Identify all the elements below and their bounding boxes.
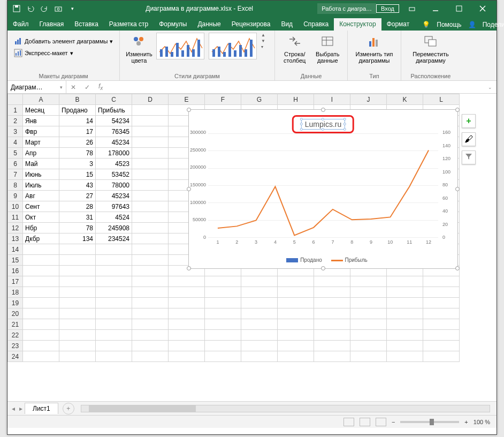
change-chart-type-button[interactable]: Изменить тип диаграммы	[352, 33, 396, 64]
save-icon[interactable]	[12, 4, 21, 13]
zoom-out-button[interactable]: −	[392, 419, 395, 425]
svg-rect-38	[369, 41, 371, 47]
switch-row-column-button[interactable]: Строка/ столбец	[279, 33, 310, 64]
zoom-in-button[interactable]: +	[464, 419, 468, 425]
tab-page-layout[interactable]: Разметка стр	[104, 18, 154, 31]
add-element-icon	[14, 37, 22, 46]
plot-area[interactable]	[208, 133, 438, 237]
name-box-value: Диаграм…	[11, 84, 42, 91]
chart-plus-button[interactable]: +	[462, 114, 476, 128]
zoom-level[interactable]: 100 %	[474, 419, 490, 425]
maximize-button[interactable]	[448, 1, 470, 17]
minimize-button[interactable]	[425, 1, 446, 17]
tab-formulas[interactable]: Формулы	[154, 18, 192, 31]
move-chart-button[interactable]: Переместить диаграмму	[406, 33, 456, 64]
quick-layout-label: Экспресс-макет	[25, 50, 68, 56]
formula-bar: Диаграм…▾ ✕ ✓ fx ⌄	[7, 81, 497, 94]
svg-point-18	[136, 41, 141, 46]
svg-point-17	[139, 37, 143, 41]
svg-rect-24	[187, 45, 189, 57]
chart-title[interactable]: Lumpics.ru	[292, 115, 354, 133]
page-layout-view-button[interactable]	[360, 418, 370, 426]
tab-design[interactable]: Конструктор	[334, 18, 381, 31]
palette-icon	[131, 35, 148, 50]
chart-object[interactable]: Lumpics.ru 05000010000015000020000025000…	[188, 109, 458, 269]
tab-view[interactable]: Вид	[276, 18, 298, 31]
next-sheet-icon[interactable]: ▸	[19, 405, 22, 412]
ribbon-options-icon[interactable]	[401, 1, 423, 17]
line-series	[208, 133, 438, 237]
select-data-button[interactable]: Выбрать данные	[312, 33, 343, 64]
change-colors-button[interactable]: Изменить цвета	[124, 33, 154, 64]
normal-view-button[interactable]	[343, 418, 354, 426]
styles-more-button[interactable]: ▲▼▾	[261, 33, 269, 49]
chart-brush-button[interactable]: 🖌	[462, 132, 476, 146]
svg-rect-39	[372, 38, 375, 47]
chart-legend: Продано Прибыль	[189, 257, 457, 263]
svg-rect-6	[456, 6, 462, 11]
switch-row-column-label: Строка/ столбец	[284, 51, 306, 64]
change-chart-type-label: Изменить тип диаграммы	[352, 51, 396, 64]
tab-help[interactable]: Справка	[298, 18, 334, 31]
tab-format[interactable]: Формат	[381, 18, 415, 31]
share-button[interactable]: Поделиться	[483, 21, 504, 28]
svg-rect-13	[16, 53, 17, 56]
move-chart-icon	[422, 35, 439, 50]
svg-rect-34	[250, 40, 253, 57]
close-button[interactable]	[472, 1, 493, 17]
switch-rowcol-icon	[286, 35, 303, 50]
login-button[interactable]: Вход	[376, 4, 399, 13]
group-label-type: Тип	[352, 72, 396, 79]
app-window: ▾ Диаграмма в диаграмме.xlsx - Excel Раб…	[7, 0, 497, 435]
confirm-edit-icon[interactable]: ✓	[80, 84, 94, 91]
chart-style-1[interactable]	[156, 33, 204, 59]
group-label-layouts: Макеты диаграмм	[12, 72, 115, 79]
sheet-tab-1[interactable]: Лист1	[25, 403, 58, 414]
brush-icon: 🖌	[464, 134, 473, 144]
tab-data[interactable]: Данные	[192, 18, 226, 31]
new-sheet-button[interactable]: +	[63, 403, 74, 415]
tell-me-label[interactable]: Помощь	[437, 21, 461, 28]
tab-file[interactable]: Файл	[7, 18, 34, 31]
page-break-view-button[interactable]	[376, 418, 386, 426]
right-axis: 020406080100120140160	[440, 132, 457, 237]
svg-rect-20	[165, 47, 168, 57]
svg-rect-14	[18, 51, 19, 56]
sheet-tab-bar: ◂ ▸ Лист1 +	[7, 401, 497, 415]
tab-insert[interactable]: Вставка	[69, 18, 104, 31]
svg-rect-25	[192, 49, 195, 57]
horizontal-scrollbar[interactable]	[81, 405, 490, 412]
ribbon-tabs: Файл Главная Вставка Разметка стр Формул…	[7, 17, 497, 31]
undo-icon[interactable]	[26, 4, 35, 13]
tab-home[interactable]: Главная	[34, 18, 70, 31]
qat-more-icon[interactable]: ▾	[67, 4, 77, 13]
cancel-edit-icon[interactable]: ✕	[66, 84, 80, 91]
quick-layout-button[interactable]: Экспресс-макет ▾	[12, 48, 75, 58]
tab-review[interactable]: Рецензирова	[226, 18, 276, 31]
svg-point-16	[134, 37, 138, 41]
add-chart-element-button[interactable]: Добавить элемент диаграммы ▾	[12, 36, 115, 47]
svg-rect-35	[322, 37, 333, 46]
svg-rect-31	[234, 50, 236, 57]
svg-rect-42	[429, 40, 436, 46]
add-chart-element-label: Добавить элемент диаграммы	[25, 38, 108, 44]
left-axis: 050000100000150000200000250000300000	[189, 132, 208, 237]
zoom-slider[interactable]	[400, 421, 459, 423]
svg-rect-19	[160, 49, 163, 57]
svg-rect-1	[15, 5, 18, 7]
svg-rect-11	[19, 38, 21, 44]
group-label-data: Данные	[279, 72, 343, 79]
move-chart-label: Переместить диаграмму	[406, 51, 456, 64]
window-title: Диаграмма в диаграмме.xlsx - Excel	[81, 5, 317, 12]
chart-style-2[interactable]	[209, 33, 257, 59]
plus-icon: +	[466, 116, 471, 126]
camera-icon[interactable]	[54, 4, 63, 13]
name-box[interactable]: Диаграм…▾	[7, 81, 66, 93]
expand-fx-icon[interactable]: ⌄	[484, 85, 497, 90]
redo-icon[interactable]	[40, 4, 49, 13]
fx-icon[interactable]: fx	[94, 82, 107, 91]
prev-sheet-icon[interactable]: ◂	[7, 405, 19, 412]
worksheet-area[interactable]: ABCDEFGHIJKL1МесяцПроданоПрибыль2Янв1454…	[7, 94, 497, 401]
svg-rect-2	[55, 7, 62, 11]
chart-filter-button[interactable]	[462, 150, 476, 164]
